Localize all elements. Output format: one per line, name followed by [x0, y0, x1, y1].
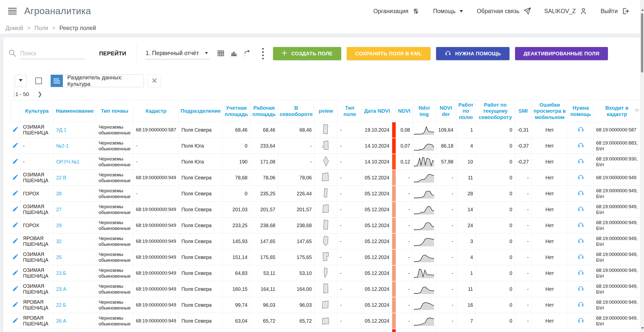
headset-help-icon[interactable]: [577, 285, 584, 293]
headset-help-icon[interactable]: [577, 221, 584, 229]
headset-help-icon[interactable]: [577, 317, 584, 325]
hamburger-menu-icon[interactable]: [8, 8, 17, 14]
edit-icon[interactable]: [12, 126, 19, 134]
headset-help-icon[interactable]: [577, 205, 584, 214]
headset-help-icon[interactable]: [577, 269, 584, 277]
cell-name[interactable]: ОР.УЧ.№1: [53, 154, 96, 170]
cell-edit: [11, 233, 20, 249]
save-kml-button[interactable]: СОХРАНИТЬ ПОЛЯ В KML: [347, 47, 431, 60]
table-row[interactable]: ОЗИМАЯ ПШЕНИЦА25Черноземы обыкновенные68…: [11, 249, 640, 265]
ndvi-sparkline: [413, 171, 435, 183]
headset-help-icon[interactable]: [577, 189, 584, 198]
cell-division: Поля Севера: [179, 313, 223, 329]
cell-ndvi_der: -: [436, 249, 456, 265]
table-row[interactable]: ЯРОВАЯ ПШЕНИЦА32Черноземы обыкновенные68…: [11, 233, 640, 249]
table-row[interactable]: -ОР.УЧ.№1Черноземы обыкновенные-Поля Юга…: [11, 154, 640, 170]
need-help-button[interactable]: НУЖНА ПОМОЩЬ: [436, 47, 509, 60]
table-row[interactable]: ОЗИМАЯ ПШЕНИЦА22 ВЧерноземы обыкновенные…: [11, 170, 640, 186]
scrollbar-thumb[interactable]: [641, 13, 643, 73]
cell-soil: Черноземы обыкновенные: [96, 202, 133, 218]
headset-help-icon[interactable]: [577, 174, 584, 182]
sort-icon[interactable]: [634, 108, 640, 114]
nav-logout[interactable]: Выйти: [601, 7, 629, 15]
table-row[interactable]: 21Черноземы обыкновенные68:19:0000000:94…: [11, 329, 640, 332]
table-row[interactable]: ЯРОВАЯ ПШЕНИЦА22 БЧерноземы обыкновенные…: [11, 297, 640, 313]
table-row[interactable]: ОЗИМАЯ ПШЕНИЦА23 БЧерноземы обыкновенные…: [11, 265, 640, 281]
table-row[interactable]: ЯРОВАЯ ПШЕНИЦА26 АЧерноземы обыкновенные…: [11, 313, 640, 329]
nav-user[interactable]: SALIKOV_Z: [544, 7, 587, 15]
edit-icon[interactable]: [12, 142, 19, 150]
headset-help-icon[interactable]: [577, 126, 584, 134]
cell-ndvi-img: [413, 170, 436, 186]
cell-name[interactable]: 32: [53, 233, 96, 249]
edit-icon[interactable]: [12, 206, 19, 214]
col-cadastre_in[interactable]: Входит в кадастр: [594, 100, 640, 122]
cell-name[interactable]: 23 А: [53, 281, 96, 297]
col-soil: Тип почвы: [96, 100, 133, 122]
cell-name[interactable]: 27: [53, 202, 96, 218]
cell-edit: [11, 329, 20, 332]
nav-organization[interactable]: Организация: [373, 7, 420, 15]
cell-area_sev: -: [278, 138, 314, 154]
cell-ndvi_date: 05.12.2024: [362, 170, 392, 186]
group-by-icon[interactable]: [51, 75, 63, 87]
edit-icon[interactable]: [12, 190, 19, 198]
select-all-checkbox[interactable]: [35, 78, 42, 84]
scroll-up-icon[interactable]: [641, 8, 644, 11]
more-options-icon[interactable]: [262, 48, 264, 59]
cell-name[interactable]: №2-1: [53, 138, 96, 154]
cell-name[interactable]: 26 А: [53, 313, 96, 329]
headset-help-icon[interactable]: [577, 253, 584, 261]
cell-name[interactable]: УД 1: [53, 122, 96, 138]
pivot-button[interactable]: [243, 49, 251, 58]
field-shape: [317, 267, 335, 279]
cell-area_rab: 65,72: [250, 313, 278, 329]
table-row[interactable]: ГОРОХ29Черноземы обыкновенные68:19:00000…: [11, 218, 640, 233]
nav-feedback[interactable]: Обратная связь: [477, 7, 531, 15]
table-row[interactable]: -№2-1Черноземы обыкновенные-Поля Юга0233…: [11, 138, 640, 154]
edit-icon[interactable]: [12, 301, 19, 309]
search-input[interactable]: [20, 48, 85, 59]
cell-name[interactable]: 21: [53, 329, 96, 332]
scroll-down-icon[interactable]: [641, 327, 644, 330]
table-row[interactable]: ОЗИМАЯ ПШЕНИЦА23 АЧерноземы обыкновенные…: [11, 281, 640, 297]
remove-splitter-button[interactable]: [148, 74, 161, 87]
edit-icon[interactable]: [12, 253, 19, 261]
go-button[interactable]: ПЕРЕЙТИ: [99, 50, 126, 57]
edit-icon[interactable]: [12, 285, 19, 293]
cell-name[interactable]: 25: [53, 249, 96, 265]
chart-view-button[interactable]: [230, 49, 238, 58]
edit-icon[interactable]: [12, 317, 19, 325]
cell-name[interactable]: 28: [53, 186, 96, 202]
edit-icon[interactable]: [12, 158, 19, 166]
cell-name[interactable]: 23 Б: [53, 265, 96, 281]
table-row[interactable]: ОЗИМАЯ ПШЕНИЦАУД 1Черноземы обыкновенные…: [11, 122, 640, 138]
table-row[interactable]: ОЗИМАЯ ПШЕНИЦА27Черноземы обыкновенные68…: [11, 202, 640, 218]
create-field-button[interactable]: СОЗДАТЬ ПОЛЕ: [273, 47, 341, 60]
headset-help-icon[interactable]: [577, 237, 584, 245]
edit-icon[interactable]: [12, 238, 19, 245]
breadcrumb-home[interactable]: Домой: [6, 25, 23, 32]
edit-icon[interactable]: [12, 174, 19, 182]
cell-name[interactable]: 22 Б: [53, 297, 96, 313]
filter-dropdown-button[interactable]: [15, 75, 27, 87]
headset-help-icon[interactable]: [577, 142, 584, 150]
nav-help-menu[interactable]: Помощь: [433, 8, 464, 15]
headset-help-icon[interactable]: [577, 301, 584, 309]
next-page-icon[interactable]: ❯: [38, 91, 42, 98]
cell-name[interactable]: 29: [53, 218, 96, 233]
breadcrumb-fields[interactable]: Поля: [34, 25, 48, 32]
page-scrollbar[interactable]: [640, 0, 644, 332]
cell-ndvi-img: [413, 265, 436, 281]
headset-help-icon[interactable]: [577, 158, 584, 166]
deactivated-fields-button[interactable]: ДЕАКТИВИРОВАННЫЕ ПОЛЯ: [515, 47, 608, 60]
cell-area_sev: 201,57: [278, 202, 314, 218]
breadcrumb-current: Реестр полей: [59, 25, 96, 32]
table-row[interactable]: ГОРОХ28Черноземы обыкновенные-Поля Север…: [11, 186, 640, 202]
edit-icon[interactable]: [12, 269, 19, 277]
report-select[interactable]: 1. Первичный отчёт: [145, 48, 210, 59]
table-view-button[interactable]: [217, 49, 225, 58]
cell-name[interactable]: 22 В: [53, 170, 96, 186]
edit-icon[interactable]: [12, 222, 19, 229]
cell-division: Поля Севера: [179, 265, 223, 281]
